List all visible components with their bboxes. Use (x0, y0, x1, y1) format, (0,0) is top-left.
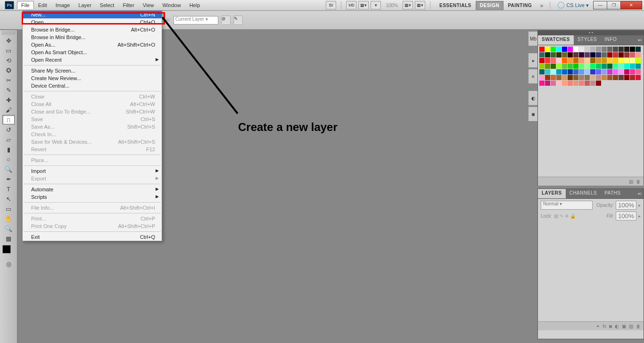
swatch[interactable] (596, 58, 601, 63)
swatch[interactable] (551, 47, 556, 52)
swatch[interactable] (562, 69, 567, 74)
menu-item-browse-in-mini-bridge[interactable]: Browse in Mini Bridge... (23, 33, 162, 41)
ignore-adjustment-icon[interactable]: ⊘ (221, 16, 231, 25)
swatch[interactable] (545, 81, 550, 86)
panel-menu-icon[interactable]: ▾≡ (636, 189, 644, 198)
swatch[interactable] (636, 47, 641, 52)
layer-group-icon[interactable]: ▣ (622, 324, 626, 329)
layer-fill-input[interactable] (616, 212, 636, 220)
swatch[interactable] (539, 81, 545, 86)
swatches-grid[interactable] (538, 45, 644, 87)
brush-tool[interactable]: 🖌 (2, 105, 15, 114)
actions-panel-icon[interactable]: ≡ (528, 69, 538, 84)
menu-item-open-as[interactable]: Open As...Alt+Shift+Ctrl+O (23, 41, 162, 49)
swatch[interactable] (585, 75, 590, 80)
swatch[interactable] (568, 52, 573, 57)
panel-grip[interactable] (2, 31, 15, 35)
swatch[interactable] (596, 52, 601, 57)
menu-select[interactable]: Select (96, 1, 119, 9)
lock-position-icon[interactable]: ✥ (565, 213, 569, 219)
swatch[interactable] (602, 47, 607, 52)
screen-mode-icon[interactable]: ▦▾ (358, 1, 369, 9)
swatch[interactable] (590, 81, 595, 86)
swatch[interactable] (573, 58, 578, 63)
menu-item-open[interactable]: Open...Ctrl+O (23, 18, 162, 26)
swatch[interactable] (590, 47, 595, 52)
swatch[interactable] (636, 75, 641, 80)
pen-tool[interactable]: ✒ (2, 174, 15, 184)
history-brush-tool[interactable]: ↺ (2, 125, 15, 134)
type-tool[interactable]: T (2, 184, 15, 194)
swatch[interactable] (590, 64, 595, 69)
swatch[interactable] (545, 47, 550, 52)
swatch[interactable] (585, 64, 590, 69)
swatch[interactable] (619, 58, 624, 63)
move-tool[interactable]: ✥ (2, 36, 15, 45)
delete-layer-icon[interactable]: 🗑 (636, 324, 641, 329)
layer-mask-icon[interactable]: ◙ (609, 324, 612, 329)
swatch[interactable] (545, 69, 550, 74)
swatch[interactable] (551, 58, 556, 63)
swatch[interactable] (596, 47, 601, 52)
swatch[interactable] (613, 64, 618, 69)
swatch[interactable] (613, 58, 618, 63)
swatch[interactable] (630, 64, 635, 69)
tab-layers[interactable]: LAYERS (538, 189, 566, 198)
window-minimize-button[interactable]: — (593, 1, 607, 9)
swatch[interactable] (562, 47, 567, 52)
swatch[interactable] (619, 64, 624, 69)
workspace-design[interactable]: DESIGN (476, 1, 504, 10)
menu-item-exit[interactable]: ExitCtrl+Q (23, 233, 162, 241)
link-layers-icon[interactable]: ⚭ (596, 324, 600, 329)
shape-tool[interactable]: ▭ (2, 204, 15, 213)
swatch[interactable] (545, 64, 550, 69)
swatch[interactable] (568, 64, 573, 69)
swatch[interactable] (568, 58, 573, 63)
swatch[interactable] (579, 58, 584, 63)
menu-view[interactable]: View (139, 1, 158, 9)
swatch[interactable] (596, 69, 601, 74)
tab-info[interactable]: INFO (601, 35, 620, 45)
swatch[interactable] (573, 52, 578, 57)
menu-layer[interactable]: Layer (74, 1, 96, 9)
swatch[interactable] (556, 58, 561, 63)
masks-panel-icon[interactable]: ◙ (528, 106, 538, 122)
quick-select-tool[interactable]: ✪ (2, 65, 15, 75)
swatch[interactable] (562, 81, 567, 86)
hand-tool[interactable]: ✋ (2, 214, 15, 223)
tab-swatches[interactable]: SWATCHES (538, 35, 574, 45)
swatch[interactable] (590, 52, 595, 57)
swatch[interactable] (624, 69, 629, 74)
marquee-tool[interactable]: ▭ (2, 46, 15, 55)
dock-collapse-grip[interactable] (537, 30, 644, 35)
swatch[interactable] (619, 69, 624, 74)
swatch[interactable] (602, 52, 607, 57)
history-panel-icon[interactable]: ▸ (528, 53, 538, 68)
swatch[interactable] (573, 81, 578, 86)
swatch[interactable] (607, 75, 612, 80)
workspace-essentials[interactable]: ESSENTIALS (435, 1, 476, 10)
menu-item-automate[interactable]: Automate▶ (23, 186, 162, 193)
swatch[interactable] (545, 75, 550, 80)
swatch[interactable] (585, 58, 590, 63)
swatch[interactable] (624, 47, 629, 52)
menu-file[interactable]: File (17, 1, 34, 9)
swatch[interactable] (573, 75, 578, 80)
quick-mask-icon[interactable]: ◎ (2, 259, 15, 269)
swatch[interactable] (636, 58, 641, 63)
swatch[interactable] (624, 58, 629, 63)
swatch[interactable] (619, 75, 624, 80)
swatch[interactable] (607, 64, 612, 69)
swatch[interactable] (556, 81, 561, 86)
menu-item-device-central[interactable]: Device Central... (23, 82, 162, 90)
tab-paths[interactable]: PATHS (601, 189, 624, 198)
swatch[interactable] (562, 52, 567, 57)
sample-select[interactable]: Current Layer ▾ (173, 16, 218, 24)
swatch[interactable] (562, 58, 567, 63)
swatch[interactable] (590, 69, 595, 74)
swatch[interactable] (551, 52, 556, 57)
arrange-icon[interactable]: ▾ (371, 1, 381, 9)
layer-style-icon[interactable]: fx (603, 324, 606, 329)
menu-edit[interactable]: Edit (34, 1, 51, 9)
swatch[interactable] (568, 47, 573, 52)
